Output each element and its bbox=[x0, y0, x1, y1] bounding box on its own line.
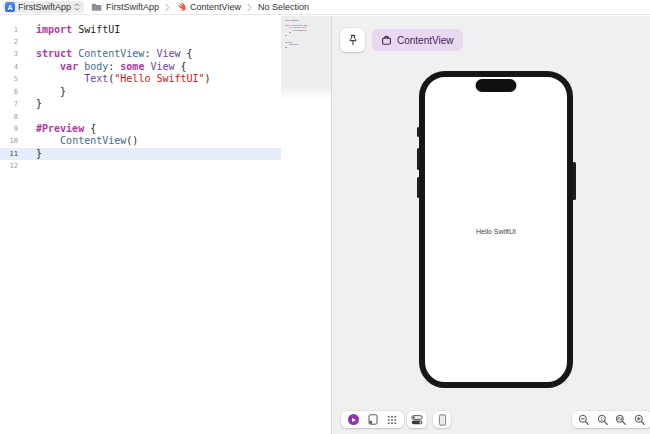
zoom-out-button[interactable] bbox=[578, 414, 590, 426]
project-selector[interactable]: A FirstSwiftApp bbox=[3, 1, 84, 13]
line-number: 2 bbox=[0, 36, 18, 48]
device-settings-button[interactable] bbox=[407, 411, 427, 428]
code-text: } bbox=[36, 86, 66, 98]
side-button bbox=[573, 162, 576, 200]
minimap-code-mark bbox=[304, 25, 307, 26]
code-line-7[interactable]: 7} bbox=[0, 98, 281, 110]
mute-switch bbox=[417, 127, 420, 137]
line-number: 3 bbox=[0, 48, 18, 60]
code-line-11[interactable]: 11} bbox=[0, 148, 281, 160]
line-number: 1 bbox=[0, 24, 18, 36]
code-line-2[interactable]: 2 bbox=[0, 36, 281, 48]
code-text: import SwiftUI bbox=[36, 24, 120, 36]
minimap-code-mark bbox=[289, 44, 298, 45]
preview-tab-label: ContentView bbox=[397, 35, 454, 46]
code-line-3[interactable]: 3struct ContentView: View { bbox=[0, 48, 281, 60]
variants-mode-button[interactable] bbox=[387, 415, 397, 425]
live-preview-button[interactable] bbox=[348, 414, 359, 425]
minimap-code-mark bbox=[297, 30, 307, 31]
swift-file-icon bbox=[176, 2, 186, 12]
code-line-9[interactable]: 9#Preview { bbox=[0, 123, 281, 135]
preview-canvas: ContentView Hello SwiftUI bbox=[332, 16, 650, 434]
line-number: 6 bbox=[0, 86, 18, 98]
minimap-code-mark bbox=[285, 35, 287, 36]
line-number: 7 bbox=[0, 98, 18, 110]
line-number: 5 bbox=[0, 73, 18, 85]
line-number: 11 bbox=[0, 148, 18, 160]
preview-device-button[interactable] bbox=[433, 411, 451, 428]
code-text: Text("Hello SwiftUI") bbox=[36, 73, 211, 85]
code-text: } bbox=[36, 98, 42, 110]
code-text: var body: some View { bbox=[36, 61, 187, 73]
preview-mode-group bbox=[341, 411, 404, 428]
volume-up-button bbox=[417, 148, 420, 170]
code-line-6[interactable]: 6 } bbox=[0, 86, 281, 98]
code-line-4[interactable]: 4 var body: some View { bbox=[0, 61, 281, 73]
editor-minimap[interactable] bbox=[281, 16, 331, 100]
app-preview-icon bbox=[381, 35, 392, 46]
line-number: 9 bbox=[0, 123, 18, 135]
selectable-mode-button[interactable] bbox=[368, 414, 378, 425]
minimap-code-mark bbox=[289, 32, 291, 33]
jump-bar: A FirstSwiftApp FirstSwiftApp ContentVie… bbox=[0, 0, 650, 15]
minimap-code-mark bbox=[285, 20, 290, 21]
breadcrumb-folder[interactable]: FirstSwiftApp bbox=[106, 2, 159, 12]
code-text: } bbox=[36, 148, 42, 160]
code-line-10[interactable]: 10 ContentView() bbox=[0, 135, 281, 147]
device-settings-icon bbox=[411, 415, 423, 425]
breadcrumb: FirstSwiftApp ContentView No Selection bbox=[91, 2, 309, 12]
play-icon bbox=[352, 418, 356, 422]
pin-preview-button[interactable] bbox=[340, 28, 365, 52]
minimap-code-mark bbox=[285, 47, 287, 48]
minimap-code-mark bbox=[285, 25, 290, 26]
minimap-code-mark bbox=[291, 20, 299, 21]
minimap-code-mark bbox=[289, 27, 292, 28]
app-project-icon: A bbox=[5, 2, 15, 12]
zoom-controls: 1 bbox=[572, 411, 650, 428]
minimap-code-mark bbox=[293, 27, 301, 28]
code-editor[interactable]: 1import SwiftUI23struct ContentView: Vie… bbox=[0, 16, 331, 434]
zoom-fit-button[interactable] bbox=[615, 414, 627, 426]
line-number: 12 bbox=[0, 160, 18, 172]
breadcrumb-separator-icon bbox=[247, 3, 252, 12]
folder-icon bbox=[91, 3, 102, 12]
code-line-1[interactable]: 1import SwiftUI bbox=[0, 24, 281, 36]
zoom-100-button[interactable]: 1 bbox=[597, 414, 609, 426]
preview-text[interactable]: Hello SwiftUI bbox=[425, 228, 567, 235]
minimap-code-mark bbox=[291, 25, 303, 26]
line-number: 10 bbox=[0, 135, 18, 147]
code-line-8[interactable]: 8 bbox=[0, 111, 281, 123]
iphone-preview-device[interactable]: Hello SwiftUI bbox=[419, 71, 573, 388]
pin-icon bbox=[347, 34, 359, 47]
code-line-12[interactable]: 12 bbox=[0, 160, 281, 172]
preview-tab-contentview[interactable]: ContentView bbox=[372, 29, 463, 51]
project-name: FirstSwiftApp bbox=[18, 2, 71, 12]
zoom-in-button[interactable] bbox=[634, 414, 646, 426]
code-line-5[interactable]: 5 Text("Hello SwiftUI") bbox=[0, 73, 281, 85]
chevron-updown-icon bbox=[74, 2, 80, 12]
minimap-code-mark bbox=[302, 27, 306, 28]
breadcrumb-selection[interactable]: No Selection bbox=[258, 2, 309, 12]
code-text: ContentView() bbox=[36, 135, 138, 147]
line-number: 8 bbox=[0, 111, 18, 123]
minimap-code-mark bbox=[285, 42, 292, 43]
breadcrumb-file[interactable]: ContentView bbox=[190, 2, 241, 12]
device-phone-icon bbox=[438, 414, 447, 426]
svg-text:1: 1 bbox=[600, 415, 603, 421]
code-text: #Preview { bbox=[36, 123, 96, 135]
dynamic-island bbox=[476, 79, 517, 92]
code-lines: 1import SwiftUI23struct ContentView: Vie… bbox=[0, 24, 281, 173]
code-text: struct ContentView: View { bbox=[36, 48, 193, 60]
volume-down-button bbox=[417, 177, 420, 198]
breadcrumb-separator-icon bbox=[165, 3, 170, 12]
line-number: 4 bbox=[0, 61, 18, 73]
